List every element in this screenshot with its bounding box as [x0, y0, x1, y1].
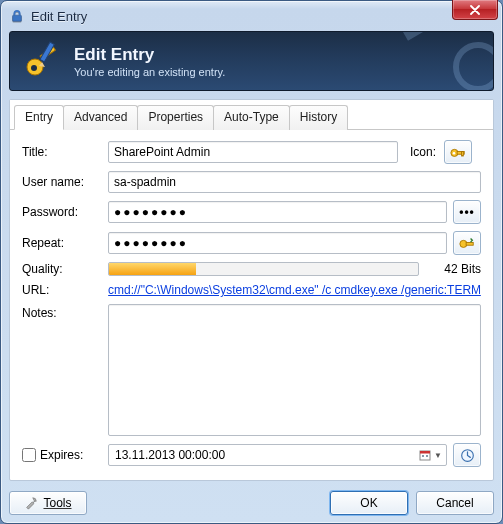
header-decoration-icon	[393, 31, 494, 91]
close-icon	[469, 5, 481, 15]
ok-label: OK	[360, 496, 377, 510]
row-password: Password: •••	[22, 200, 481, 224]
tools-label: Tools	[43, 496, 71, 510]
reveal-password-button[interactable]: •••	[453, 200, 481, 224]
svg-point-9	[453, 152, 455, 154]
svg-rect-16	[422, 455, 424, 457]
date-dropdown[interactable]: ▼	[419, 449, 442, 461]
lock-icon	[9, 8, 25, 24]
row-quality: Quality: 42 Bits	[22, 262, 481, 276]
gen-key-icon	[459, 236, 475, 250]
icon-picker-button[interactable]	[444, 140, 472, 164]
label-expires: Expires:	[22, 448, 102, 462]
quality-fill	[109, 263, 196, 275]
entry-form: Title: Icon: User name:	[10, 130, 493, 482]
title-input[interactable]	[108, 141, 398, 163]
tab-autotype[interactable]: Auto-Type	[213, 105, 290, 130]
key-icon	[450, 145, 466, 159]
header-text: Edit Entry You're editing an existing en…	[74, 45, 225, 78]
generate-password-button[interactable]	[453, 231, 481, 255]
username-input[interactable]	[108, 171, 481, 193]
svg-rect-13	[466, 243, 473, 246]
row-username: User name:	[22, 171, 481, 193]
svg-point-6	[456, 45, 494, 89]
svg-point-2	[31, 65, 37, 71]
expires-label-text: Expires:	[40, 448, 83, 462]
row-repeat: Repeat:	[22, 231, 481, 255]
footer: Tools OK Cancel	[9, 491, 494, 515]
label-notes: Notes:	[22, 304, 102, 320]
header-title: Edit Entry	[74, 45, 225, 65]
row-notes: Notes:	[22, 304, 481, 436]
expires-value: 13.11.2013 00:00:00	[115, 448, 225, 462]
row-url: URL: cmd://"C:\Windows\System32\cmd.exe"…	[22, 283, 481, 297]
key-pencil-icon	[22, 40, 64, 82]
label-repeat: Repeat:	[22, 236, 102, 250]
calendar-icon	[419, 449, 431, 461]
row-expires: Expires: 13.11.2013 00:00:00 ▼	[22, 443, 481, 467]
clock-button[interactable]	[453, 443, 481, 467]
cancel-button[interactable]: Cancel	[416, 491, 494, 515]
client-area: Entry Advanced Properties Auto-Type Hist…	[9, 99, 494, 481]
svg-rect-7	[403, 31, 451, 41]
header-subtitle: You're editing an existing entry.	[74, 66, 225, 78]
cancel-label: Cancel	[436, 496, 473, 510]
label-url: URL:	[22, 283, 102, 297]
label-username: User name:	[22, 175, 102, 189]
clock-icon	[460, 448, 475, 463]
label-title: Title:	[22, 145, 102, 159]
notes-input[interactable]	[108, 304, 481, 436]
expires-date-field[interactable]: 13.11.2013 00:00:00 ▼	[108, 444, 447, 466]
wrench-icon	[24, 496, 38, 510]
quality-text: 42 Bits	[427, 262, 481, 276]
tab-history[interactable]: History	[289, 105, 348, 130]
expires-checkbox[interactable]	[22, 448, 36, 462]
tools-button[interactable]: Tools	[9, 491, 87, 515]
row-title: Title: Icon:	[22, 140, 481, 164]
repeat-input[interactable]	[108, 232, 447, 254]
tab-strip: Entry Advanced Properties Auto-Type Hist…	[10, 100, 493, 130]
titlebar[interactable]: Edit Entry	[1, 1, 502, 31]
header: Edit Entry You're editing an existing en…	[9, 31, 494, 91]
svg-rect-0	[13, 15, 22, 21]
svg-rect-11	[462, 152, 464, 156]
window-title: Edit Entry	[31, 9, 87, 24]
label-quality: Quality:	[22, 262, 102, 276]
window-frame: Edit Entry Edit Entry You're editing an …	[0, 0, 503, 524]
svg-rect-15	[420, 451, 430, 454]
quality-bar	[108, 262, 419, 276]
ok-button[interactable]: OK	[330, 491, 408, 515]
close-button[interactable]	[452, 0, 498, 20]
chevron-down-icon: ▼	[434, 451, 442, 460]
quality-wrap: 42 Bits	[108, 262, 481, 276]
dots-icon: •••	[459, 205, 475, 219]
tab-entry[interactable]: Entry	[14, 105, 64, 130]
label-password: Password:	[22, 205, 102, 219]
url-input[interactable]: cmd://"C:\Windows\System32\cmd.exe" /c c…	[108, 283, 481, 297]
svg-rect-17	[426, 455, 428, 457]
label-icon: Icon:	[404, 145, 438, 159]
password-input[interactable]	[108, 201, 447, 223]
tab-advanced[interactable]: Advanced	[63, 105, 138, 130]
tab-properties[interactable]: Properties	[137, 105, 214, 130]
